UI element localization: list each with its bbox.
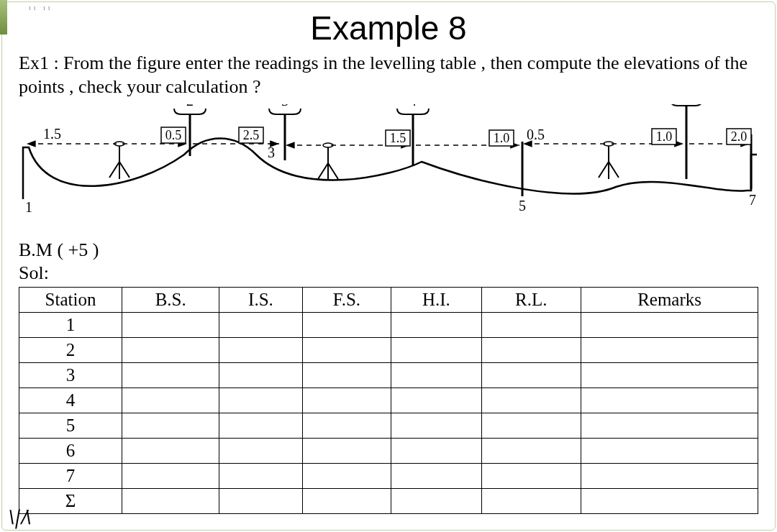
empty-cell bbox=[581, 439, 758, 464]
bm-label: B.M ( +5 ) bbox=[19, 239, 758, 261]
staff-2-label: 2 bbox=[186, 104, 194, 109]
empty-cell bbox=[219, 363, 302, 388]
empty-cell bbox=[391, 439, 481, 464]
reading-5-fs: 1.0 bbox=[494, 131, 510, 145]
empty-cell bbox=[302, 439, 391, 464]
reading-1-bs: 1.5 bbox=[43, 126, 61, 142]
instrument-b bbox=[318, 143, 338, 180]
empty-cell bbox=[391, 363, 481, 388]
empty-cell bbox=[391, 413, 481, 439]
sol-label: Sol: bbox=[19, 262, 758, 284]
empty-cell bbox=[581, 464, 758, 489]
station-cell: 6 bbox=[19, 439, 122, 464]
empty-cell bbox=[122, 464, 219, 489]
table-row: 2 bbox=[19, 338, 758, 363]
top-marks: ıı ıı bbox=[29, 4, 53, 12]
empty-cell bbox=[122, 338, 219, 363]
station-cell: 1 bbox=[19, 313, 122, 338]
empty-cell bbox=[219, 439, 302, 464]
empty-cell bbox=[581, 489, 758, 514]
empty-cell bbox=[581, 413, 758, 439]
empty-cell bbox=[122, 413, 219, 439]
table-header-row: Station B.S. I.S. F.S. H.I. R.L. Remarks bbox=[19, 288, 758, 313]
station-cell: 4 bbox=[19, 388, 122, 413]
empty-cell bbox=[122, 388, 219, 413]
empty-cell bbox=[581, 388, 758, 413]
empty-cell bbox=[122, 363, 219, 388]
instrument-c bbox=[599, 142, 619, 179]
empty-cell bbox=[302, 388, 391, 413]
page-corner-decoration: \ | /\ bbox=[6, 505, 32, 529]
empty-cell bbox=[219, 489, 302, 514]
point-1-label: 1 bbox=[25, 199, 32, 215]
empty-cell bbox=[219, 338, 302, 363]
station-cell: 5 bbox=[19, 413, 122, 439]
reading-3-fs: 3 bbox=[268, 145, 275, 160]
empty-cell bbox=[581, 338, 758, 363]
empty-cell bbox=[391, 338, 481, 363]
exercise-prompt: Ex1 : From the figure enter the readings… bbox=[19, 52, 758, 98]
table-row: 5 bbox=[19, 413, 758, 439]
empty-cell bbox=[219, 413, 302, 439]
station-cell: Σ bbox=[19, 489, 122, 514]
page-title: Example 8 bbox=[0, 9, 777, 47]
empty-cell bbox=[302, 464, 391, 489]
table-row: Σ bbox=[19, 489, 758, 514]
empty-cell bbox=[581, 313, 758, 338]
staff-3-label: 3 bbox=[281, 104, 288, 109]
levelling-figure: 2 3 4 6 1 5 7 1.5 0.5 2.5 3 bbox=[19, 104, 758, 241]
reading-6-is: 1.0 bbox=[656, 129, 673, 144]
staff-2-top bbox=[174, 109, 206, 114]
empty-cell bbox=[302, 313, 391, 338]
station-cell: 2 bbox=[19, 338, 122, 363]
empty-cell bbox=[122, 439, 219, 464]
staff-4-top bbox=[397, 109, 429, 114]
levelling-table: Station B.S. I.S. F.S. H.I. R.L. Remarks… bbox=[19, 287, 758, 514]
table-row: 6 bbox=[19, 439, 758, 464]
empty-cell bbox=[302, 363, 391, 388]
empty-cell bbox=[122, 489, 219, 514]
empty-cell bbox=[391, 464, 481, 489]
empty-cell bbox=[481, 338, 581, 363]
empty-cell bbox=[302, 413, 391, 439]
table-row: 7 bbox=[19, 464, 758, 489]
reading-7-fs: 2.0 bbox=[731, 129, 748, 144]
table-row: 1 bbox=[19, 313, 758, 338]
col-rl: R.L. bbox=[481, 288, 581, 313]
col-hi: H.I. bbox=[391, 288, 481, 313]
empty-cell bbox=[391, 388, 481, 413]
empty-cell bbox=[581, 363, 758, 388]
empty-cell bbox=[481, 313, 581, 338]
station-cell: 7 bbox=[19, 464, 122, 489]
reading-4-is: 1.5 bbox=[390, 131, 406, 145]
empty-cell bbox=[391, 489, 481, 514]
col-remarks: Remarks bbox=[581, 288, 758, 313]
point-5-label: 5 bbox=[519, 198, 526, 214]
reading-5-bs: 0.5 bbox=[527, 127, 545, 142]
staff-4-label: 4 bbox=[409, 104, 417, 109]
col-station: Station bbox=[19, 288, 122, 313]
empty-cell bbox=[219, 313, 302, 338]
empty-cell bbox=[122, 313, 219, 338]
empty-cell bbox=[391, 313, 481, 338]
empty-cell bbox=[481, 489, 581, 514]
point-7-label: 7 bbox=[749, 192, 756, 208]
empty-cell bbox=[219, 464, 302, 489]
reading-2-bs: 2.5 bbox=[243, 128, 260, 142]
col-fs: F.S. bbox=[302, 288, 391, 313]
empty-cell bbox=[481, 464, 581, 489]
empty-cell bbox=[302, 338, 391, 363]
table-row: 3 bbox=[19, 363, 758, 388]
reading-2-fs: 0.5 bbox=[165, 128, 182, 142]
col-is: I.S. bbox=[219, 288, 302, 313]
table-row: 4 bbox=[19, 388, 758, 413]
instrument-a bbox=[109, 142, 130, 179]
accent-stripe-left bbox=[0, 0, 7, 35]
station-cell: 3 bbox=[19, 363, 122, 388]
empty-cell bbox=[302, 489, 391, 514]
staff-3-top bbox=[269, 109, 301, 114]
staff-6-top bbox=[671, 104, 702, 106]
empty-cell bbox=[481, 413, 581, 439]
col-bs: B.S. bbox=[122, 288, 219, 313]
empty-cell bbox=[481, 388, 581, 413]
